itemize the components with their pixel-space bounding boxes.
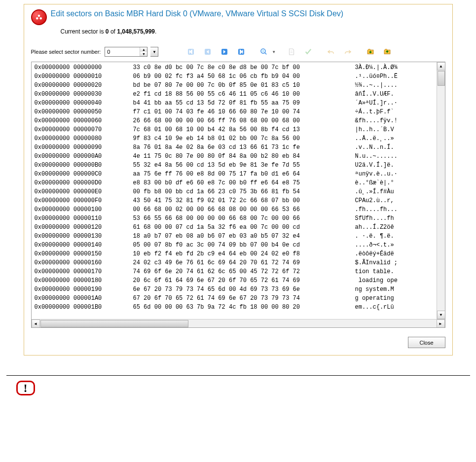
hex-row[interactable]: 0x00000000 0000014005 00 07 8b f0 ac 3c … [35,241,445,249]
hex-row[interactable]: 0x00000000 0000006026 66 68 00 00 00 00 … [35,116,445,125]
hscroll-thumb[interactable] [40,320,188,327]
last-sector-button[interactable] [234,46,248,58]
hex-row[interactable]: 0x00000000 000000C0aa 75 6e ff 76 00 e8 … [35,170,445,178]
vscroll-thumb[interactable] [438,71,445,86]
sector-number-input[interactable] [105,47,140,56]
scroll-up-arrow[interactable]: ▲ [437,62,445,71]
hex-row[interactable]: 0x00000000 0000013018 a0 b7 07 eb 08 a0 … [35,232,445,241]
edit-button[interactable] [285,46,298,58]
hex-row[interactable]: 0x00000000 0000011053 66 55 66 68 00 00 … [35,214,445,223]
horizontal-scrollbar[interactable]: ◀ ▶ [32,319,445,327]
hex-row[interactable]: 0x00000000 0000001006 b9 00 02 fc f3 a4 … [35,72,445,81]
scroll-right-arrow[interactable]: ▶ [437,320,445,328]
hex-row[interactable]: 0x00000000 000000707c 68 01 00 68 10 00 … [35,125,445,134]
sector-dropdown-button[interactable]: ▼ [150,47,158,57]
hex-row[interactable]: 0x00000000 0000012061 68 00 00 07 cd 1a … [35,223,445,232]
dialog-header: Edit sectors on Basic MBR Hard Disk 0 (V… [31,9,445,25]
toolbar: Please select sector number: ▲ ▼ ▼ [31,46,445,58]
load-from-file-button[interactable] [364,46,377,58]
scroll-down-arrow[interactable]: ▼ [437,311,445,319]
hex-row[interactable]: 0x00000000 000000809f 83 c4 10 9e eb 14 … [35,134,445,143]
sector-number-spinner[interactable]: ▲ ▼ [105,47,147,57]
hex-row[interactable]: 0x00000000 000001A067 20 6f 70 65 72 61 … [35,294,445,303]
hex-editor-area: 0x00000000 0000000033 c0 8e d0 bc 00 7c … [31,62,445,328]
close-button[interactable]: Close [408,337,445,348]
hex-row[interactable]: 0x00000000 0000016024 02 c3 49 6e 76 61 … [35,258,445,267]
search-button[interactable]: ▼ [257,46,276,58]
svg-point-0 [37,15,40,17]
sector-spin-up[interactable]: ▲ [140,47,147,52]
search-dropdown-arrow[interactable]: ▼ [272,50,276,54]
scroll-left-arrow[interactable]: ◀ [32,320,40,328]
hex-row[interactable]: 0x00000000 000000D0e8 83 00 b0 df e6 60 … [35,178,445,187]
apply-button[interactable] [301,46,315,58]
undo-button[interactable] [324,46,338,58]
hex-row[interactable]: 0x00000000 00000020bd be 07 80 7e 00 00 … [35,81,445,90]
hex-row[interactable]: 0x00000000 000000F043 50 41 75 32 81 f9 … [35,196,445,205]
next-sector-button[interactable] [218,46,231,58]
hex-row[interactable]: 0x00000000 000001B065 6d 00 00 00 63 7b … [35,303,445,312]
save-to-file-button[interactable] [380,46,394,58]
prev-sector-button[interactable] [201,46,215,58]
hex-row[interactable]: 0x00000000 0000015010 eb f2 f4 eb fd 2b … [35,249,445,258]
sector-editor-dialog: Edit sectors on Basic MBR Hard Disk 0 (V… [24,4,453,355]
app-icon [31,9,47,25]
hex-row[interactable]: 0x00000000 0000010000 66 68 00 02 00 00 … [35,205,445,214]
warning-section: ! [6,375,470,395]
hex-row[interactable]: 0x00000000 000000E000 fb b8 00 bb cd 1a … [35,187,445,196]
vertical-scrollbar[interactable]: ▲ ▼ [437,62,445,319]
hex-row[interactable]: 0x00000000 000000908a 76 01 8a 4e 02 8a … [35,143,445,152]
hex-row[interactable]: 0x00000000 000001906e 67 20 73 79 73 74 … [35,285,445,294]
svg-point-8 [262,50,265,52]
svg-point-2 [39,17,42,20]
hex-row[interactable]: 0x00000000 00000050f7 c1 01 00 74 03 fe … [35,107,445,116]
redo-button[interactable] [341,46,355,58]
hex-content[interactable]: 0x00000000 0000000033 c0 8e d0 bc 00 7c … [32,62,445,319]
current-sector-status: Current sector is 0 of 1,048,575,999. [61,28,445,35]
hex-row[interactable]: 0x00000000 0000000033 c0 8e d0 bc 00 7c … [35,63,445,72]
hex-row[interactable]: 0x00000000 000000A04e 11 75 0c 80 7e 00 … [35,152,445,161]
hex-row[interactable]: 0x00000000 00000030e2 f1 cd 18 88 56 00 … [35,90,445,99]
hex-row[interactable]: 0x00000000 0000018020 6c 6f 61 64 69 6e … [35,276,445,285]
hex-row[interactable]: 0x00000000 000000B055 32 e4 8a 56 00 cd … [35,161,445,170]
sector-number-label: Please select sector number: [31,49,101,55]
svg-point-1 [36,17,38,20]
dialog-footer: Close [31,328,445,348]
hex-row[interactable]: 0x00000000 00000040b4 41 bb aa 55 cd 13 … [35,99,445,107]
dialog-title: Edit sectors on Basic MBR Hard Disk 0 (V… [51,9,344,18]
sector-spin-down[interactable]: ▼ [140,52,147,56]
hex-row[interactable]: 0x00000000 0000017074 69 6f 6e 20 74 61 … [35,267,445,276]
warning-icon: ! [16,381,35,395]
first-sector-button[interactable] [184,46,198,58]
